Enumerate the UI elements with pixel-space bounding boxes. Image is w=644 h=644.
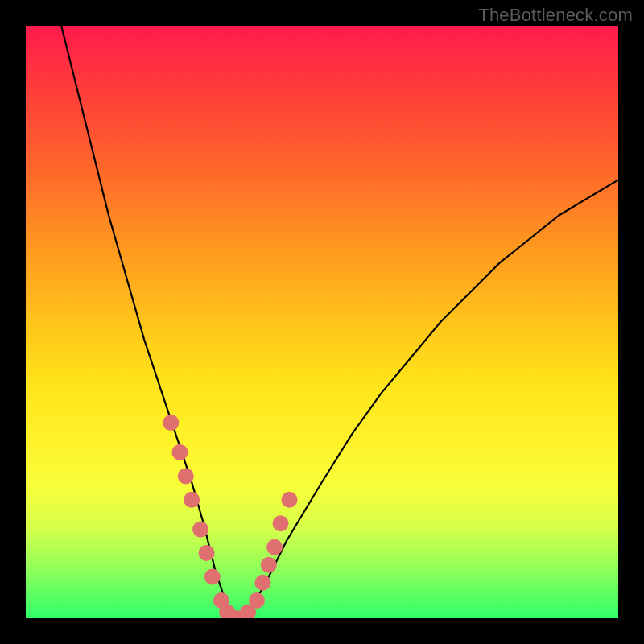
chart-frame: TheBottleneck.com <box>0 0 644 644</box>
highlight-markers <box>163 415 297 618</box>
marker-point <box>184 492 200 508</box>
marker-point <box>178 468 194 484</box>
marker-point <box>273 515 289 531</box>
curve-svg <box>26 26 618 618</box>
marker-point <box>192 522 208 538</box>
marker-point <box>266 539 283 555</box>
marker-point <box>249 592 265 609</box>
marker-point <box>282 492 298 508</box>
marker-point <box>204 569 221 585</box>
marker-point <box>199 545 215 561</box>
marker-point <box>163 415 179 431</box>
marker-point <box>171 444 188 460</box>
marker-point <box>261 557 277 573</box>
plot-area <box>26 26 618 618</box>
watermark-text: TheBottleneck.com <box>478 5 633 26</box>
bottleneck-curve <box>61 26 618 618</box>
marker-point <box>254 575 270 591</box>
